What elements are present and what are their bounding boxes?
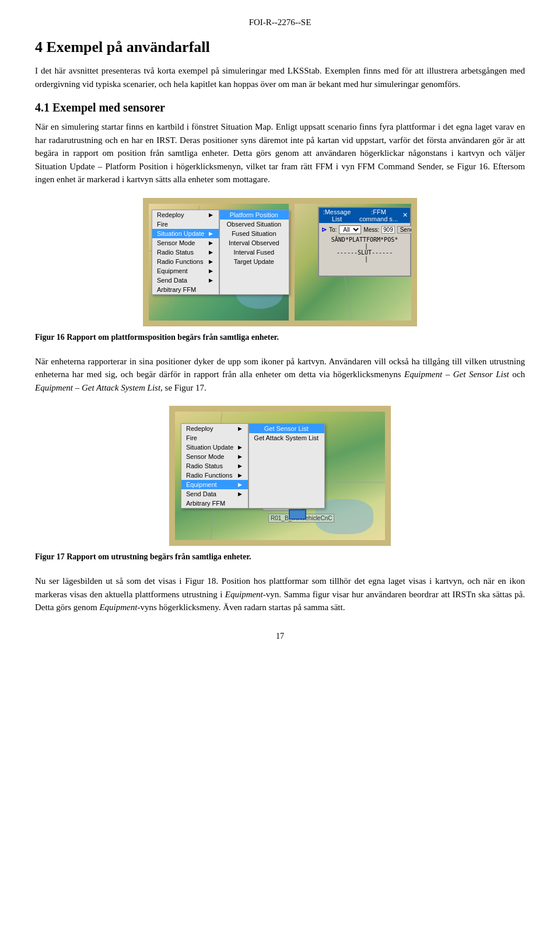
fig17-menu-fire[interactable]: Fire [181,433,248,443]
menu-item-redeploy[interactable]: Redeploy ▶ [152,210,219,220]
fig17-menu-radio-functions[interactable]: Radio Functions ▶ [181,471,248,480]
chapter-intro: I det här avsnittet presenteras två kort… [35,64,525,90]
figure-17-caption: Figur 17 Rapport om utrustning begärs fr… [35,551,525,563]
figure-16-image: Redeploy ▶ Fire Situation Update ▶ Senso… [143,198,417,326]
fig17-menu-equipment[interactable]: Equipment ▶ [181,480,248,489]
menu-item-radio-status[interactable]: Radio Status ▶ [152,248,219,257]
fig17-menu-redeploy[interactable]: Redeploy ▶ [181,424,248,433]
fig17-menu-send-data[interactable]: Send Data ▶ [181,489,248,499]
submenu-item-observed-situation[interactable]: Observed Situation [220,220,289,229]
page-number: 17 [35,632,525,641]
ffm-title: :FFM command s... [357,208,400,222]
main-context-menu: Redeploy ▶ Fire Situation Update ▶ Senso… [152,210,219,295]
menu-item-arbitrary-ffm[interactable]: Arbitrary FFM [152,285,219,294]
fig17-menu-sensor-mode[interactable]: Sensor Mode ▶ [181,452,248,461]
doc-header: FOI-R--2276--SE [35,18,525,27]
final-para: Nu ser lägesbilden ut så som det visas i… [35,575,525,614]
msg-panel-body: ⊳ To: All Mess: 909 Send SÄND*PLATTFORM*… [319,223,410,264]
menu-item-sensor-mode[interactable]: Sensor Mode ▶ [152,238,219,248]
section-4-1-title: 4.1 Exempel med sensorer [35,101,525,114]
figure-17-container: R01_B_SZ/CRRWehicleCn R01_B_IRRVehicleCn… [35,406,525,563]
fig17-submenu-get-sensor-list[interactable]: Get Sensor List [249,424,324,433]
context-menu-group: Redeploy ▶ Fire Situation Update ▶ Senso… [152,210,289,295]
menu-item-fire[interactable]: Fire [152,220,219,229]
submenu-item-platform-position[interactable]: Platform Position [220,210,289,220]
submenu-situation-update: Platform Position Observed Situation Fus… [219,210,289,295]
figure-16-right: :Message List :FFM command s... ✕ ⊳ To: … [295,204,411,321]
msg-to-row: ⊳ To: All Mess: 909 Send [321,225,408,234]
fig17-main-menu: Redeploy ▶ Fire Situation Update ▶ Senso… [181,423,249,509]
submenu-item-target-update[interactable]: Target Update [220,257,289,266]
submenu-item-fused-situation[interactable]: Fused Situation [220,229,289,238]
menu-item-situation-update[interactable]: Situation Update ▶ [152,229,219,238]
msg-mess-label: Mess: [363,227,379,233]
figure-17-image: R01_B_SZ/CRRWehicleCn R01_B_IRRVehicleCn… [169,406,391,546]
fig17-submenu-equipment: Get Sensor List Get Attack System List [249,423,325,509]
fig17-submenu-get-attack-system-list[interactable]: Get Attack System List [249,433,324,443]
figure-16-container: Redeploy ▶ Fire Situation Update ▶ Senso… [35,198,525,343]
fig17-menu-radio-status[interactable]: Radio Status ▶ [181,461,248,471]
menu-item-radio-functions[interactable]: Radio Functions ▶ [152,257,219,266]
msg-to-select[interactable]: All [339,225,361,234]
para-fig16-after: När enheterna rapporterar in sina positi… [35,355,525,395]
figure-16-caption: Figur 16 Rapport om plattformsposition b… [35,331,525,343]
map-background-fig17: R01_B_SZ/CRRWehicleCn R01_B_IRRVehicleCn… [175,412,385,540]
msg-to-label-text: To: [329,227,337,233]
msg-arrow-icon: ⊳ [321,226,327,234]
chapter-number: 4 [35,39,43,55]
menu-item-equipment[interactable]: Equipment ▶ [152,266,219,276]
submenu-item-interval-observed[interactable]: Interval Observed [220,238,289,248]
msg-panel-titlebar: :Message List :FFM command s... ✕ [319,208,410,223]
msg-content: SÄND*PLATTFORM*POS* | ------SLUT------ | [321,236,408,262]
map-background-right: :Message List :FFM command s... ✕ ⊳ To: … [295,204,411,321]
doc-id: FOI-R--2276--SE [249,18,312,27]
fig17-context-menu: Redeploy ▶ Fire Situation Update ▶ Senso… [181,423,325,509]
msg-send-button[interactable]: Send [397,226,411,234]
chapter-title: 4 Exempel på användarfall [35,38,525,56]
msg-close-button[interactable]: ✕ [402,211,408,219]
submenu-item-interval-fused[interactable]: Interval Fused [220,248,289,257]
msg-mess-value: 909 [382,226,395,234]
chapter-title-text: Exempel på användarfall [47,39,210,55]
unit-icon [289,509,306,520]
message-list-panel: :Message List :FFM command s... ✕ ⊳ To: … [318,207,411,277]
msg-title: :Message List [321,208,352,222]
fig17-menu-situation-update[interactable]: Situation Update ▶ [181,443,248,452]
menu-item-send-data[interactable]: Send Data ▶ [152,276,219,285]
fig17-menu-arbitrary-ffm[interactable]: Arbitrary FFM [181,499,248,508]
section-4-1-para1: När en simulering startar finns en kartb… [35,120,525,186]
